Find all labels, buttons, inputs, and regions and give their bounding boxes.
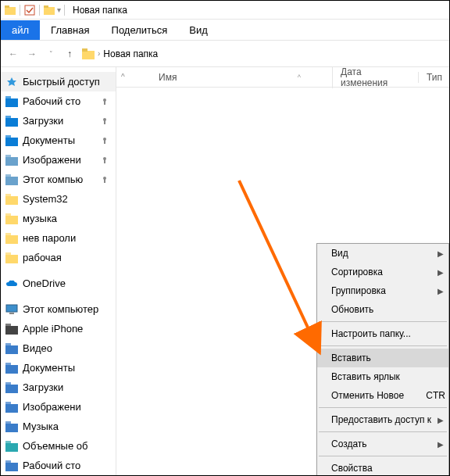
sidebar-item-label: Документы xyxy=(23,362,111,374)
sidebar-item-label: Этот компью xyxy=(23,174,94,185)
qat-dropdown[interactable]: ▾ xyxy=(57,5,61,14)
item-icon xyxy=(5,252,18,264)
forward-button[interactable]: → xyxy=(24,46,40,62)
svg-rect-5 xyxy=(82,51,95,59)
sidebar-item[interactable]: Музыка xyxy=(1,417,116,436)
tab-file[interactable]: айл xyxy=(1,20,40,40)
tab-share[interactable]: Поделиться xyxy=(101,20,179,40)
sidebar-this-pc[interactable]: Этот компьютер xyxy=(1,299,116,319)
sidebar-item[interactable]: Apple iPhone xyxy=(1,319,116,338)
svg-rect-46 xyxy=(5,402,11,405)
sidebar-item[interactable]: Этот компью xyxy=(1,170,116,189)
recent-dropdown[interactable]: ˅ xyxy=(43,46,59,62)
svg-rect-42 xyxy=(5,363,11,366)
folder-icon xyxy=(82,48,95,60)
svg-rect-32 xyxy=(5,233,11,236)
submenu-arrow-icon: ▶ xyxy=(438,440,444,449)
sidebar-item[interactable]: Загрузки xyxy=(1,111,116,131)
svg-rect-33 xyxy=(5,255,18,263)
sidebar-item[interactable]: Рабочий сто xyxy=(1,456,116,475)
pin-icon xyxy=(98,95,111,108)
svg-rect-18 xyxy=(104,140,105,144)
col-date[interactable]: Дата изменения xyxy=(332,66,418,88)
star-icon xyxy=(5,76,18,88)
svg-rect-41 xyxy=(5,365,18,374)
submenu-arrow-icon: ▶ xyxy=(438,416,444,424)
menu-sort[interactable]: Сортировка▶ xyxy=(317,263,448,281)
address-bar[interactable]: › Новая папка xyxy=(82,48,158,60)
menu-grant-access[interactable]: Предоставить доступ к▶ xyxy=(317,410,448,429)
menu-customize[interactable]: Настроить папку... xyxy=(317,324,448,343)
col-name[interactable]: Имя xyxy=(151,72,298,83)
svg-rect-4 xyxy=(44,5,48,8)
svg-rect-15 xyxy=(5,138,18,146)
item-icon xyxy=(5,213,18,225)
folder-icon xyxy=(4,4,16,16)
svg-rect-16 xyxy=(5,135,11,138)
sidebar-item-label: System32 xyxy=(23,193,111,205)
sidebar-item[interactable]: рабочая xyxy=(1,248,116,267)
back-button[interactable]: ← xyxy=(5,46,21,62)
sidebar-quick-access[interactable]: Быстрый доступ xyxy=(1,72,116,91)
svg-rect-0 xyxy=(5,7,16,15)
menu-undo[interactable]: Отменить НовоеCTR xyxy=(317,386,448,405)
menu-separator xyxy=(319,431,447,432)
menu-new[interactable]: Создать▶ xyxy=(317,435,448,453)
address-segment[interactable]: Новая папка xyxy=(103,48,158,59)
sidebar-item-label: Видео xyxy=(23,342,111,354)
sidebar-item-label: Загрузки xyxy=(23,381,111,393)
sidebar-item[interactable]: Документы xyxy=(1,358,116,378)
sidebar-item[interactable]: Рабочий сто xyxy=(1,91,116,111)
menu-paste-shortcut[interactable]: Вставить ярлык xyxy=(317,367,448,386)
sidebar-item[interactable]: Изображени xyxy=(1,150,116,170)
svg-rect-50 xyxy=(5,441,11,444)
tab-home[interactable]: Главная xyxy=(40,20,100,40)
sidebar-item-label: Apple iPhone xyxy=(23,323,111,335)
col-type[interactable]: Тип xyxy=(418,72,449,83)
svg-rect-12 xyxy=(5,116,11,119)
checkbox-icon[interactable] xyxy=(23,4,36,16)
sidebar-item[interactable]: System32 xyxy=(1,189,116,209)
folder-icon-small xyxy=(43,4,55,16)
sidebar-item-label: Загрузки xyxy=(23,115,94,127)
svg-rect-48 xyxy=(5,421,11,424)
column-header: ^ Имя ^ Дата изменения Тип xyxy=(116,67,449,88)
sort-indicator-icon: ^ xyxy=(298,73,301,81)
svg-rect-51 xyxy=(5,463,18,471)
sidebar: Быстрый доступ Рабочий стоЗагрузкиДокуме… xyxy=(1,67,116,475)
menu-refresh[interactable]: Обновить xyxy=(317,300,448,319)
svg-rect-7 xyxy=(5,98,18,107)
window-title: Новая папка xyxy=(73,5,127,16)
tab-view[interactable]: Вид xyxy=(178,20,219,40)
sidebar-item[interactable]: Объемные об xyxy=(1,436,116,456)
up-button[interactable]: ↑ xyxy=(62,46,77,62)
sidebar-item-label: Рабочий сто xyxy=(23,95,94,107)
sidebar-item[interactable]: Изображени xyxy=(1,397,116,417)
scroll-up-icon: ^ xyxy=(121,73,129,81)
svg-rect-2 xyxy=(25,5,34,15)
sidebar-item[interactable]: нев пароли xyxy=(1,228,116,248)
svg-rect-28 xyxy=(5,194,11,197)
item-icon xyxy=(5,381,18,394)
sidebar-item[interactable]: музыка xyxy=(1,209,116,228)
menu-view[interactable]: Вид▶ xyxy=(317,244,448,263)
svg-rect-37 xyxy=(5,326,18,335)
pin-icon xyxy=(98,154,111,166)
svg-rect-45 xyxy=(5,404,18,413)
sidebar-onedrive[interactable]: OneDrive xyxy=(1,274,116,293)
menu-separator xyxy=(319,345,447,346)
menu-separator xyxy=(319,407,447,408)
svg-rect-34 xyxy=(5,252,11,256)
sidebar-item[interactable]: Документы xyxy=(1,131,116,150)
menu-group[interactable]: Группировка▶ xyxy=(317,281,448,300)
menu-properties[interactable]: Свойства xyxy=(317,459,448,476)
sidebar-item[interactable]: Загрузки xyxy=(1,378,116,397)
svg-rect-1 xyxy=(5,5,9,8)
item-icon xyxy=(5,323,18,335)
sidebar-item-label: OneDrive xyxy=(23,277,111,289)
menu-paste[interactable]: Вставить xyxy=(317,349,448,367)
sidebar-item[interactable]: Видео xyxy=(1,338,116,358)
sidebar-item-label: Документы xyxy=(23,134,94,146)
title-bar: ▾ Новая папка xyxy=(1,1,449,20)
item-icon xyxy=(5,174,18,186)
